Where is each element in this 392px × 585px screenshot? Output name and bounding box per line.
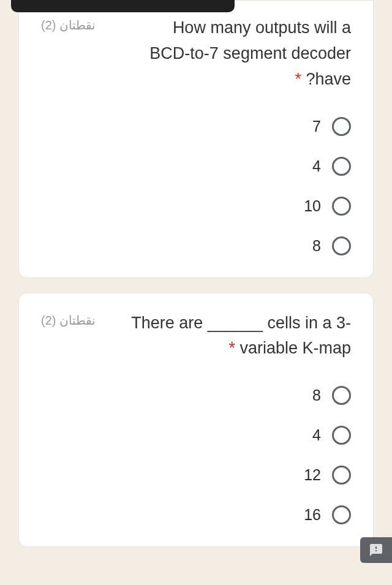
- top-status-bar: [11, 0, 235, 12]
- option-row[interactable]: 8: [41, 236, 351, 255]
- option-label: 4: [312, 426, 321, 444]
- option-row[interactable]: 4: [41, 157, 351, 176]
- required-asterisk: *: [295, 70, 301, 88]
- question-header: نقطتان (2) How many outputs will a BCD-t…: [41, 15, 351, 92]
- question-line: There are ______ cells in a 3-: [131, 314, 351, 332]
- question-line: How many outputs will a: [173, 18, 351, 37]
- option-row[interactable]: 16: [41, 505, 351, 524]
- option-row[interactable]: 4: [41, 426, 351, 445]
- option-row[interactable]: 7: [41, 117, 351, 136]
- options-list: 7 4 10 8: [41, 117, 351, 255]
- radio-icon[interactable]: [332, 505, 351, 524]
- radio-icon[interactable]: [332, 466, 351, 485]
- question-header: نقطتان (2) There are ______ cells in a 3…: [41, 311, 351, 362]
- radio-icon[interactable]: [332, 426, 351, 445]
- points-label: نقطتان (2): [41, 15, 96, 32]
- option-label: 7: [312, 118, 321, 135]
- question-line: ?have: [306, 70, 351, 88]
- chat-alert-icon: [369, 543, 383, 557]
- radio-icon[interactable]: [332, 157, 351, 176]
- radio-icon[interactable]: [332, 117, 351, 136]
- question-line: BCD-to-7 segment decoder: [149, 44, 351, 62]
- question-card-1: نقطتان (2) How many outputs will a BCD-t…: [18, 0, 374, 278]
- radio-icon[interactable]: [332, 197, 351, 216]
- option-label: 4: [312, 157, 321, 175]
- question-card-2: نقطتان (2) There are ______ cells in a 3…: [18, 293, 374, 548]
- required-asterisk: *: [228, 339, 235, 357]
- option-row[interactable]: 8: [41, 386, 351, 405]
- feedback-button[interactable]: [360, 537, 392, 563]
- radio-icon[interactable]: [332, 236, 351, 255]
- option-label: 8: [312, 237, 321, 255]
- question-text: There are ______ cells in a 3- * variabl…: [107, 311, 351, 362]
- option-label: 16: [304, 506, 321, 524]
- question-text: How many outputs will a BCD-to-7 segment…: [107, 15, 351, 92]
- option-label: 8: [312, 387, 321, 404]
- option-row[interactable]: 12: [41, 466, 351, 485]
- option-label: 12: [304, 466, 321, 484]
- radio-icon[interactable]: [332, 386, 351, 405]
- options-list: 8 4 12 16: [41, 386, 351, 524]
- option-row[interactable]: 10: [41, 197, 351, 216]
- points-label: نقطتان (2): [41, 311, 96, 328]
- option-label: 10: [304, 197, 321, 215]
- question-line: variable K-map: [239, 339, 351, 357]
